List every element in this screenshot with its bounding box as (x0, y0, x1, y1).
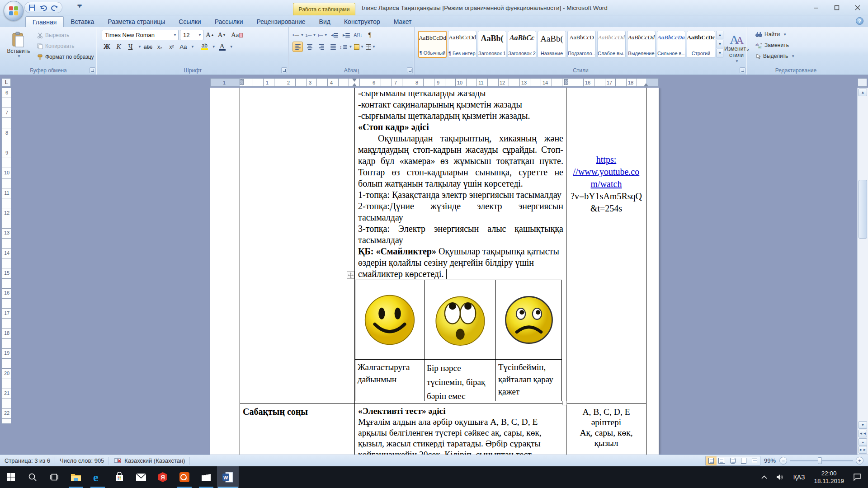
ribbon-tab[interactable]: Вид (312, 16, 337, 27)
styles-gallery-more[interactable]: ▼̲ (717, 49, 723, 57)
superscript-button[interactable]: x² (166, 42, 177, 52)
table-cell-elective-test[interactable]: «Элективті тест» әдісіМұғалім алдын ала … (355, 404, 566, 455)
yandex-browser-icon[interactable]: Я (152, 466, 174, 488)
zoom-track[interactable] (790, 460, 853, 461)
scroll-down-arrow[interactable]: ▼ (859, 421, 867, 429)
ribbon-tab[interactable]: Макет (387, 16, 419, 27)
style-card[interactable]: AaBbCcD Подзаголо... (567, 31, 596, 58)
subscript-button[interactable]: x₂ (155, 42, 165, 52)
search-button[interactable] (22, 466, 43, 488)
select-button[interactable]: Выделить▼ (753, 51, 844, 61)
zoom-in-button[interactable]: + (856, 457, 863, 465)
cut-button[interactable]: Вырезать (34, 30, 97, 41)
tray-expand-icon[interactable] (758, 468, 770, 486)
minimize-button[interactable] (806, 0, 826, 15)
italic-button[interactable]: К (113, 42, 124, 52)
close-button[interactable] (847, 0, 868, 15)
show-marks-button[interactable]: ¶ (364, 30, 375, 40)
change-case-dropdown-arrow[interactable]: ▼ (191, 45, 194, 49)
style-card[interactable]: AaBbCcDc Строгий (687, 31, 715, 58)
font-color-dropdown-arrow[interactable]: ▼ (230, 45, 233, 49)
font-color-button[interactable]: А (217, 42, 227, 52)
select-browse-object-button[interactable]: ● (859, 438, 867, 446)
shrink-font-button[interactable]: А▼ (217, 30, 227, 40)
help-icon[interactable]: ? (856, 17, 863, 25)
scroll-up-arrow[interactable]: ▲ (859, 89, 867, 96)
ribbon-tab[interactable]: Ссылки (172, 16, 208, 27)
font-dialog-launcher[interactable] (281, 67, 287, 73)
table-column-marker[interactable] (240, 79, 244, 85)
table-cell-letters[interactable]: A, B, C, D, EәріптеріАқ, сары, көк,қызыл (566, 404, 646, 455)
web-layout-view-button[interactable] (727, 456, 738, 465)
ruler-toggle-box[interactable] (858, 78, 867, 87)
hanging-indent-marker[interactable] (352, 83, 357, 86)
youtube-link-line[interactable]: //www.youtube.co (566, 166, 646, 178)
find-button[interactable]: Найти▼ (753, 29, 844, 40)
smiley-cell[interactable] (424, 280, 495, 359)
table-resize-handle[interactable] (562, 401, 567, 405)
youtube-link-line[interactable]: https: (566, 154, 646, 166)
copy-button[interactable]: Копировать (34, 41, 97, 52)
grow-font-button[interactable]: А▲ (205, 30, 215, 40)
youtube-link-line[interactable]: &t=254s (566, 202, 646, 215)
customize-qat-button[interactable]: ▬▾ (76, 4, 83, 11)
align-center-button[interactable] (304, 42, 315, 52)
smiley-label-cell[interactable]: Жалғастыруға дайынмын (355, 359, 424, 401)
font-size-select[interactable]: 12▼ (180, 30, 203, 40)
bold-button[interactable]: Ж (102, 42, 112, 52)
align-right-button[interactable] (316, 42, 326, 52)
mail-app-icon[interactable] (130, 466, 152, 488)
style-card[interactable]: AaBbCcDd ¶ Обычный (418, 31, 447, 58)
ribbon-tab[interactable]: Вставка (64, 16, 101, 27)
vertical-scrollbar[interactable]: ▲ ▼ ◄◄ ● ►► (857, 88, 868, 455)
draft-view-button[interactable] (749, 456, 760, 465)
line-spacing-button[interactable]: ↕ ▼ (340, 42, 352, 52)
multilevel-list-button[interactable]: ⁝—▼ (317, 30, 328, 40)
page-indicator[interactable]: Страница: 3 из 6 (0, 457, 55, 465)
styles-dialog-launcher[interactable] (740, 67, 745, 73)
word-taskbar-icon[interactable]: W (217, 466, 239, 488)
smiley-cell[interactable] (355, 280, 424, 359)
scrollbar-thumb[interactable] (859, 180, 867, 239)
youtube-link-line[interactable]: ?v=bY1sAm5RsqQ (566, 190, 646, 202)
table-move-handle[interactable] (347, 271, 354, 279)
language-indicator[interactable]: ҚАЗ (790, 468, 808, 486)
ribbon-tab[interactable]: Рассылки (208, 16, 250, 27)
file-explorer-icon[interactable] (65, 466, 87, 488)
justify-button[interactable] (328, 42, 338, 52)
font-family-select[interactable]: Times New Roman▼ (102, 30, 179, 40)
format-painter-button[interactable]: Формат по образцу (34, 52, 97, 62)
presentation-app-icon[interactable]: C (174, 466, 195, 488)
save-icon[interactable] (28, 4, 36, 11)
video-app-icon[interactable] (195, 466, 217, 488)
maximize-button[interactable] (826, 0, 847, 15)
print-layout-view-button[interactable] (706, 456, 717, 465)
table-cell-empty[interactable] (240, 88, 355, 404)
paste-button[interactable]: Вставить ▼ (5, 30, 33, 67)
highlight-color-button[interactable]: ab (199, 42, 210, 52)
strikethrough-button[interactable]: abc (143, 42, 153, 52)
zoom-level[interactable]: 99% (764, 457, 776, 464)
youtube-link-line[interactable]: m/watch (566, 178, 646, 190)
style-card[interactable]: AaBb( Заголовок 1 (478, 31, 506, 58)
redo-icon[interactable] (51, 5, 58, 11)
underline-button[interactable]: Ч (125, 42, 136, 52)
smiley-label-cell[interactable]: Түсінбеймін, қайталап қарау қажет (495, 359, 561, 401)
styles-scroll-up[interactable]: ▲ (717, 31, 723, 39)
style-card[interactable]: AaBbCcDd Выделение (627, 31, 656, 58)
decrease-indent-button[interactable]: ◂ (329, 30, 340, 40)
replace-button[interactable]: ab ac Заменить (753, 40, 844, 51)
increase-indent-button[interactable]: ▸ (341, 30, 351, 40)
clipboard-dialog-launcher[interactable] (90, 67, 95, 73)
right-indent-marker[interactable] (644, 83, 648, 86)
change-case-button[interactable]: Аа (178, 42, 189, 52)
ribbon-tab[interactable]: Рецензирование (250, 16, 312, 27)
edge-browser-icon[interactable]: e (87, 466, 108, 488)
undo-icon[interactable] (39, 5, 47, 11)
paste-dropdown-arrow[interactable]: ▼ (17, 54, 21, 58)
document-page[interactable]: -сырғымалы щеткаларды жазады-контакт сақ… (210, 88, 659, 455)
word-count[interactable]: Число слов: 905 (55, 457, 109, 465)
volume-icon[interactable] (773, 468, 788, 486)
zoom-out-button[interactable]: − (779, 457, 787, 465)
table-cell-stage[interactable]: Сабақтың соңы (240, 404, 355, 455)
